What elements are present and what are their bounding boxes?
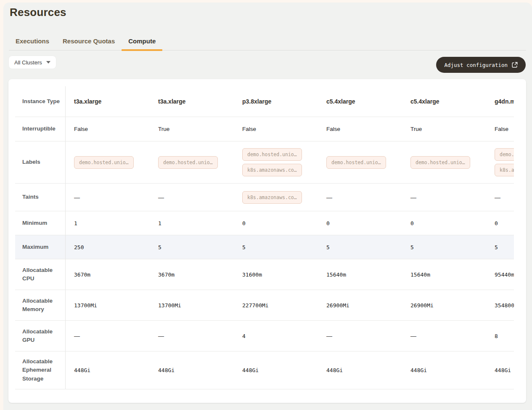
cluster-filter-dropdown[interactable]: All Clusters xyxy=(9,56,56,69)
cpu-value: 15640m xyxy=(410,272,430,278)
cell-minimum-col4: 0 xyxy=(318,211,402,235)
adjust-configuration-button[interactable]: Adjust configuration xyxy=(436,57,526,73)
label-chip: k8s.amazonaws.co… xyxy=(242,164,302,176)
cell-maximum-col6: 5 xyxy=(486,235,514,259)
tab-executions[interactable]: Executions xyxy=(9,33,56,50)
cpu-value: 31600m xyxy=(242,272,262,278)
cell-maximum-col4: 5 xyxy=(318,235,402,259)
instance_type-value: g4dn.metal xyxy=(495,98,514,105)
cell-storage-col6: 448Gi xyxy=(486,351,514,389)
storage-value: 448Gi xyxy=(495,367,511,373)
table-row-taints: Taints——k8s.amazonaws.co…——— xyxy=(15,184,514,211)
memory-value: 227700Mi xyxy=(242,302,269,309)
row-label-instance_type: Instance Type xyxy=(15,86,66,117)
cell-instance_type-col5: c5.4xlarge xyxy=(402,86,486,117)
cell-memory-col5: 26900Mi xyxy=(402,290,486,320)
memory-value: 26900Mi xyxy=(326,302,349,309)
row-label-taints: Taints xyxy=(15,184,66,211)
cell-minimum-col3: 0 xyxy=(234,211,318,235)
chevron-down-icon xyxy=(46,61,50,64)
table-row-maximum: Maximum25055555 xyxy=(15,235,514,259)
cell-storage-col2: 448Gi xyxy=(150,351,234,389)
storage-value: 448Gi xyxy=(74,367,90,373)
interruptible-value: False xyxy=(242,126,256,132)
row-label-interruptible: Interruptible xyxy=(15,117,66,141)
row-label-gpu: Allocatable GPU xyxy=(15,321,66,351)
chip-stack: k8s.amazonaws.co… xyxy=(242,191,302,204)
memory-value: 354800Mi xyxy=(495,302,514,309)
cell-interruptible-col6: False xyxy=(486,117,514,141)
cell-memory-col2: 13700Mi xyxy=(150,290,234,320)
cpu-value: 3670m xyxy=(74,272,90,278)
gpu-value: — xyxy=(326,333,332,339)
cell-gpu-col1: — xyxy=(66,321,150,351)
cell-instance_type-col1: t3a.xlarge xyxy=(66,86,150,117)
storage-value: 448Gi xyxy=(158,367,175,373)
label-chip: demo.hosted.unio… xyxy=(410,156,470,169)
label-chip: k8s.amazonaws.co… xyxy=(495,164,514,176)
cell-instance_type-col4: c5.4xlarge xyxy=(318,86,402,117)
interruptible-value: True xyxy=(158,126,169,132)
cell-cpu-col2: 3670m xyxy=(150,259,234,290)
minimum-value: 1 xyxy=(158,220,161,226)
cell-instance_type-col2: t3a.xlarge xyxy=(150,86,234,117)
cell-minimum-col1: 1 xyxy=(66,211,150,235)
cell-maximum-col5: 5 xyxy=(402,235,486,259)
table-row-interruptible: InterruptibleFalseTrueFalseFalseTrueFals… xyxy=(15,117,514,141)
row-label-minimum: Minimum xyxy=(15,211,66,235)
row-label-memory: Allocatable Memory xyxy=(15,290,66,320)
empty-value: — xyxy=(158,194,164,201)
cpu-value: 3670m xyxy=(158,272,175,278)
maximum-value: 5 xyxy=(495,244,498,250)
cell-interruptible-col5: True xyxy=(402,117,486,141)
label-chip: demo.hosted.unio… xyxy=(158,156,218,169)
tab-resource-quotas[interactable]: Resource Quotas xyxy=(56,33,122,50)
maximum-value: 5 xyxy=(326,244,330,250)
cell-taints-col2: — xyxy=(150,184,234,211)
compute-table: Instance Typet3a.xlarget3a.xlargep3.8xla… xyxy=(15,86,514,389)
cell-gpu-col2: — xyxy=(150,321,234,351)
row-label-cpu: Allocatable CPU xyxy=(15,259,66,290)
row-label-maximum: Maximum xyxy=(15,235,66,259)
interruptible-value: False xyxy=(326,126,340,132)
cell-interruptible-col3: False xyxy=(234,117,318,141)
cell-cpu-col5: 15640m xyxy=(402,259,486,290)
external-link-icon xyxy=(512,62,518,68)
empty-value: — xyxy=(495,194,500,201)
cell-storage-col1: 448Gi xyxy=(66,351,150,389)
cell-cpu-col3: 31600m xyxy=(234,259,318,290)
cell-interruptible-col4: False xyxy=(318,117,402,141)
cell-instance_type-col3: p3.8xlarge xyxy=(234,86,318,117)
cell-labels-col2: demo.hosted.unio… xyxy=(150,141,234,183)
tab-bar: Executions Resource Quotas Compute xyxy=(9,33,526,51)
cell-cpu-col4: 15640m xyxy=(318,259,402,290)
gpu-value: — xyxy=(158,333,164,339)
instance_type-value: t3a.xlarge xyxy=(74,98,101,105)
instance_type-value: p3.8xlarge xyxy=(242,98,271,105)
table-row-gpu: Allocatable GPU——4——8 xyxy=(15,321,514,351)
chip-stack: demo.hosted.unio… xyxy=(410,156,470,169)
cell-storage-col4: 448Gi xyxy=(318,351,402,389)
tab-compute[interactable]: Compute xyxy=(122,33,162,50)
gpu-value: 4 xyxy=(242,333,246,339)
gpu-value: — xyxy=(410,333,416,339)
cell-cpu-col6: 95440m xyxy=(486,259,514,290)
cell-taints-col1: — xyxy=(66,184,150,211)
cell-memory-col6: 354800Mi xyxy=(486,290,514,320)
taint-chip: k8s.amazonaws.co… xyxy=(242,191,302,204)
cell-interruptible-col1: False xyxy=(66,117,150,141)
cell-interruptible-col2: True xyxy=(150,117,234,141)
cell-instance_type-col6: g4dn.metal xyxy=(486,86,514,117)
minimum-value: 0 xyxy=(410,220,414,226)
cell-gpu-col4: — xyxy=(318,321,402,351)
label-chip: demo.hosted.unio… xyxy=(74,156,134,169)
cell-memory-col3: 227700Mi xyxy=(234,290,318,320)
compute-table-card: Instance Typet3a.xlarget3a.xlargep3.8xla… xyxy=(8,79,526,403)
memory-value: 26900Mi xyxy=(410,302,434,309)
cell-labels-col4: demo.hosted.unio… xyxy=(318,141,402,183)
chip-stack: demo.hosted.unio…k8s.amazonaws.co… xyxy=(495,148,514,176)
storage-value: 448Gi xyxy=(242,367,259,373)
chip-stack: demo.hosted.unio… xyxy=(326,156,386,169)
empty-value: — xyxy=(74,194,80,201)
minimum-value: 0 xyxy=(326,220,330,226)
